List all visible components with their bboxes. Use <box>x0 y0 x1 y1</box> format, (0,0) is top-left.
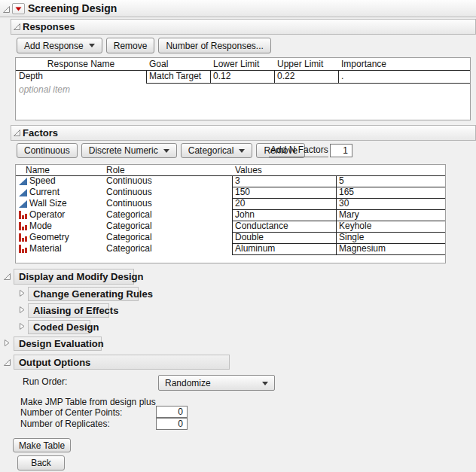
responses-table: Response Name Goal Lower Limit Upper Lim… <box>15 57 471 120</box>
factor-value-cell[interactable]: 3 <box>235 175 240 187</box>
factor-name-cell[interactable]: Speed <box>29 175 56 187</box>
categorical-button[interactable]: Categorical <box>181 143 253 158</box>
remove-response-label: Remove <box>114 41 148 51</box>
table-row: Operator Categorical John Mary <box>16 209 445 221</box>
factor-value-cell[interactable]: Single <box>339 232 364 243</box>
disclosure-closed-icon[interactable] <box>4 339 11 347</box>
categorical-icon <box>19 211 27 221</box>
red-triangle-menu-button[interactable] <box>12 3 25 14</box>
section-display-and-modify-design[interactable]: Display and Modify Design <box>14 269 134 285</box>
categorical-icon <box>19 233 27 244</box>
factor-role-cell[interactable]: Categorical <box>106 243 152 254</box>
make-table-button[interactable]: Make Table <box>13 438 71 452</box>
categorical-button-label: Categorical <box>188 145 234 156</box>
factor-value-cell[interactable]: Mary <box>339 209 359 221</box>
number-of-responses-button[interactable]: Number of Responses... <box>158 38 270 53</box>
add-n-factors-input[interactable] <box>330 144 352 157</box>
remove-response-button[interactable]: Remove <box>106 38 155 53</box>
responses-header-bar <box>11 19 476 35</box>
section-output-options[interactable]: Output Options <box>14 355 230 370</box>
column-header-values: Values <box>235 165 262 176</box>
header-underline <box>16 70 470 71</box>
replicates-input[interactable] <box>156 418 188 430</box>
discrete-numeric-button[interactable]: Discrete Numeric <box>81 143 177 158</box>
cell-border <box>146 83 470 84</box>
column-header-upper-limit: Upper Limit <box>277 59 323 70</box>
factor-value-cell[interactable]: Conductance <box>235 221 288 232</box>
factor-name-cell[interactable]: Wall Size <box>29 198 67 209</box>
section-coded-design[interactable]: Coded Design <box>28 320 90 334</box>
response-importance-cell[interactable]: . <box>341 71 343 82</box>
dropdown-arrow-icon <box>89 44 95 47</box>
factor-value-cell[interactable]: Double <box>235 232 264 243</box>
factor-role-cell[interactable]: Categorical <box>106 209 152 221</box>
factor-role-cell[interactable]: Continuous <box>106 175 152 187</box>
response-lower-limit-cell[interactable]: 0.12 <box>213 71 230 82</box>
factor-value-cell[interactable]: Magnesium <box>339 243 386 254</box>
section-change-generating-rules[interactable]: Change Generating Rules <box>28 287 139 301</box>
add-response-button[interactable]: Add Response <box>17 38 102 53</box>
factor-name-cell[interactable]: Operator <box>29 209 65 221</box>
disclosure-closed-icon[interactable] <box>19 306 26 314</box>
factors-header-bar <box>11 125 476 141</box>
center-points-input[interactable] <box>156 406 188 418</box>
factor-value-cell[interactable]: John <box>235 209 255 221</box>
disclosure-closed-icon[interactable] <box>19 289 26 297</box>
factor-value-cell[interactable]: Aluminum <box>235 243 275 254</box>
optional-item-placeholder[interactable]: optional item <box>19 84 70 96</box>
column-header-response-name: Response Name <box>16 59 146 70</box>
factor-value-cell[interactable]: 165 <box>339 187 354 198</box>
column-header-importance: Importance <box>341 59 386 70</box>
disclosure-closed-icon[interactable] <box>19 322 26 330</box>
responses-button-row: Add Response Remove Number of Responses.… <box>17 38 271 53</box>
factor-value-cell[interactable]: Keyhole <box>339 221 371 232</box>
continuous-icon <box>19 177 27 187</box>
factors-button-row: Continuous Discrete Numeric Categorical … <box>17 143 305 158</box>
cell-border <box>210 70 211 83</box>
response-name-cell[interactable]: Depth <box>19 71 43 82</box>
factor-name-cell[interactable]: Geometry <box>29 232 69 243</box>
run-order-dropdown[interactable]: Randomize <box>158 375 275 391</box>
table-row: Geometry Categorical Double Single <box>16 232 445 243</box>
page-title: Screening Design <box>28 2 117 14</box>
dropdown-arrow-icon <box>239 149 245 153</box>
factor-name-cell[interactable]: Material <box>29 243 62 254</box>
section-label: Output Options <box>19 357 90 368</box>
response-goal-cell[interactable]: Match Target <box>149 71 201 82</box>
factor-role-cell[interactable]: Continuous <box>106 198 152 209</box>
disclosure-open-icon[interactable] <box>3 273 11 281</box>
section-aliasing-of-effects[interactable]: Aliasing of Effects <box>28 303 109 318</box>
factor-name-cell[interactable]: Mode <box>29 221 52 232</box>
disclosure-open-icon[interactable] <box>13 23 21 31</box>
continuous-button[interactable]: Continuous <box>17 143 78 158</box>
factor-value-cell[interactable]: 20 <box>235 198 245 209</box>
factor-value-cell[interactable]: 30 <box>339 198 349 209</box>
continuous-button-label: Continuous <box>24 145 70 156</box>
back-button[interactable]: Back <box>17 455 65 470</box>
factor-name-cell[interactable]: Current <box>29 187 60 198</box>
table-row: Speed Continuous 3 5 <box>16 175 445 187</box>
red-triangle-icon <box>15 7 22 11</box>
back-label: Back <box>31 458 51 468</box>
factor-value-cell[interactable]: 150 <box>235 187 250 198</box>
factor-role-cell[interactable]: Categorical <box>106 232 152 243</box>
disclosure-open-icon[interactable] <box>13 129 21 137</box>
response-upper-limit-cell[interactable]: 0.22 <box>277 71 294 82</box>
screening-design-window: Screening Design Responses Add Response … <box>0 0 476 472</box>
column-header-role: Role <box>106 165 125 176</box>
factor-role-cell[interactable]: Categorical <box>106 221 152 232</box>
make-jmp-table-text: Make JMP Table from design plus <box>20 397 156 407</box>
responses-section-title: Responses <box>23 21 75 32</box>
dropdown-arrow-icon <box>262 382 268 385</box>
disclosure-open-icon[interactable] <box>3 358 11 367</box>
factor-value-cell[interactable]: 5 <box>339 175 344 187</box>
disclosure-open-icon[interactable] <box>2 5 11 14</box>
cell-border <box>338 70 339 83</box>
number-of-responses-label: Number of Responses... <box>166 41 263 51</box>
column-header-lower-limit: Lower Limit <box>213 59 259 70</box>
table-row: Current Continuous 150 165 <box>16 187 445 198</box>
factor-role-cell[interactable]: Continuous <box>106 187 152 198</box>
categorical-icon <box>19 245 27 255</box>
section-design-evaluation[interactable]: Design Evaluation <box>14 336 102 351</box>
categorical-icon <box>19 222 27 233</box>
